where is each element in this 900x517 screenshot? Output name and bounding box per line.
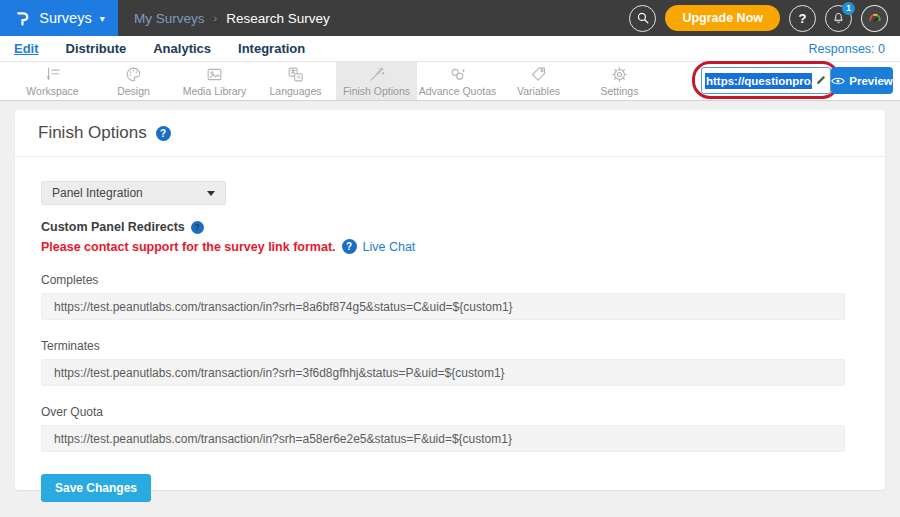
toolbar-item-media-library[interactable]: Media Library bbox=[174, 62, 255, 100]
toolbar-label: Finish Options bbox=[343, 85, 410, 97]
breadcrumb-current: Research Survey bbox=[226, 11, 330, 26]
help-button[interactable]: ? bbox=[789, 5, 816, 32]
chevron-down-icon bbox=[207, 191, 215, 196]
toolbar-item-finish-options[interactable]: Finish Options bbox=[336, 62, 417, 100]
completes-label: Completes bbox=[41, 273, 845, 287]
over-quota-url-field[interactable]: https://test.peanutlabs.com/transaction/… bbox=[41, 425, 845, 452]
help-icon: ? bbox=[799, 11, 807, 26]
toolbar-item-advance-quotas[interactable]: Advance Quotas bbox=[417, 62, 498, 100]
live-chat-help-icon[interactable]: ? bbox=[342, 239, 357, 254]
nav-tab-edit[interactable]: Edit bbox=[14, 41, 39, 56]
search-icon bbox=[636, 11, 650, 25]
panel-integration-dropdown[interactable]: Panel Integration bbox=[41, 181, 226, 205]
image-icon bbox=[205, 65, 224, 84]
finish-options-page: Surveys ▾ My Surveys › Research Survey U… bbox=[0, 0, 900, 517]
toolbar-label: Advance Quotas bbox=[419, 85, 497, 97]
over-quota-label: Over Quota bbox=[41, 405, 845, 419]
gear-icon bbox=[610, 65, 629, 84]
custom-panel-redirects-heading: Custom Panel Redirects ? bbox=[41, 220, 845, 234]
page-title: Finish Options bbox=[38, 123, 147, 143]
breadcrumb-my-surveys[interactable]: My Surveys bbox=[134, 11, 205, 26]
toolbar-item-settings[interactable]: Settings bbox=[579, 62, 660, 100]
edit-pencil-icon[interactable] bbox=[814, 74, 827, 87]
title-help-icon[interactable]: ? bbox=[156, 126, 171, 141]
account-avatar[interactable] bbox=[861, 5, 888, 32]
tag-icon bbox=[529, 65, 548, 84]
live-chat-link[interactable]: Live Chat bbox=[363, 240, 416, 254]
preview-label: Preview bbox=[849, 75, 892, 87]
notifications-button[interactable]: 1 bbox=[825, 5, 852, 32]
eye-icon bbox=[831, 76, 845, 86]
breadcrumb: My Surveys › Research Survey bbox=[134, 11, 330, 26]
search-button[interactable] bbox=[629, 5, 656, 32]
toolbar-label: Media Library bbox=[183, 85, 247, 97]
chevron-down-icon: ▾ bbox=[100, 13, 105, 24]
survey-nav: Edit Distribute Analytics Integration Re… bbox=[0, 36, 900, 62]
dropdown-value: Panel Integration bbox=[52, 186, 143, 200]
survey-url-selected-text: https://questionpro.com/t/A bbox=[705, 73, 812, 89]
toolbar-label: Workspace bbox=[26, 85, 78, 97]
save-changes-button[interactable]: Save Changes bbox=[41, 474, 151, 502]
card-header: Finish Options ? bbox=[15, 110, 885, 157]
terminates-label: Terminates bbox=[41, 339, 845, 353]
card-body: Panel Integration Custom Panel Redirects… bbox=[15, 157, 885, 502]
custom-panel-redirects-label: Custom Panel Redirects bbox=[41, 220, 185, 234]
nav-tab-distribute[interactable]: Distribute bbox=[66, 41, 127, 56]
survey-url-input[interactable]: https://questionpro.com/t/A bbox=[701, 67, 831, 94]
header-actions: Upgrade Now ? 1 bbox=[629, 5, 900, 32]
toolbar-label: Settings bbox=[601, 85, 639, 97]
surveys-product-menu[interactable]: Surveys ▾ bbox=[0, 0, 118, 36]
toolbar-label: Languages bbox=[270, 85, 322, 97]
completes-url-field[interactable]: https://test.peanutlabs.com/transaction/… bbox=[41, 293, 845, 320]
breadcrumb-separator: › bbox=[214, 12, 218, 24]
toolbar-item-workspace[interactable]: Workspace bbox=[12, 62, 93, 100]
toolbar-item-design[interactable]: Design bbox=[93, 62, 174, 100]
palette-icon bbox=[124, 65, 143, 84]
wand-icon bbox=[367, 65, 386, 84]
toolbar-item-variables[interactable]: Variables bbox=[498, 62, 579, 100]
translate-icon: A bbox=[286, 65, 305, 84]
toolbar-label: Design bbox=[117, 85, 150, 97]
svg-text:A: A bbox=[297, 74, 301, 80]
chain-links-icon bbox=[448, 65, 467, 84]
workspace-icon bbox=[43, 65, 62, 84]
terminates-url-field[interactable]: https://test.peanutlabs.com/transaction/… bbox=[41, 359, 845, 386]
nav-tab-analytics[interactable]: Analytics bbox=[153, 41, 211, 56]
questionpro-logo-icon bbox=[13, 9, 32, 28]
support-notice-row: Please contact support for the survey li… bbox=[41, 239, 845, 254]
top-header: Surveys ▾ My Surveys › Research Survey U… bbox=[0, 0, 900, 36]
nav-tab-integration[interactable]: Integration bbox=[238, 41, 305, 56]
upgrade-now-button[interactable]: Upgrade Now bbox=[665, 5, 780, 31]
avatar-gauge-icon bbox=[866, 9, 884, 27]
support-notice-text: Please contact support for the survey li… bbox=[41, 240, 336, 254]
notification-badge: 1 bbox=[842, 2, 855, 15]
redirects-help-icon[interactable]: ? bbox=[191, 221, 204, 234]
product-label: Surveys bbox=[39, 10, 91, 26]
toolbar-label: Variables bbox=[517, 85, 560, 97]
preview-button[interactable]: Preview bbox=[831, 67, 893, 94]
finish-options-card: Finish Options ? Panel Integration Custo… bbox=[15, 110, 885, 490]
responses-count[interactable]: Responses: 0 bbox=[809, 42, 885, 56]
toolbar-item-languages[interactable]: A Languages bbox=[255, 62, 336, 100]
